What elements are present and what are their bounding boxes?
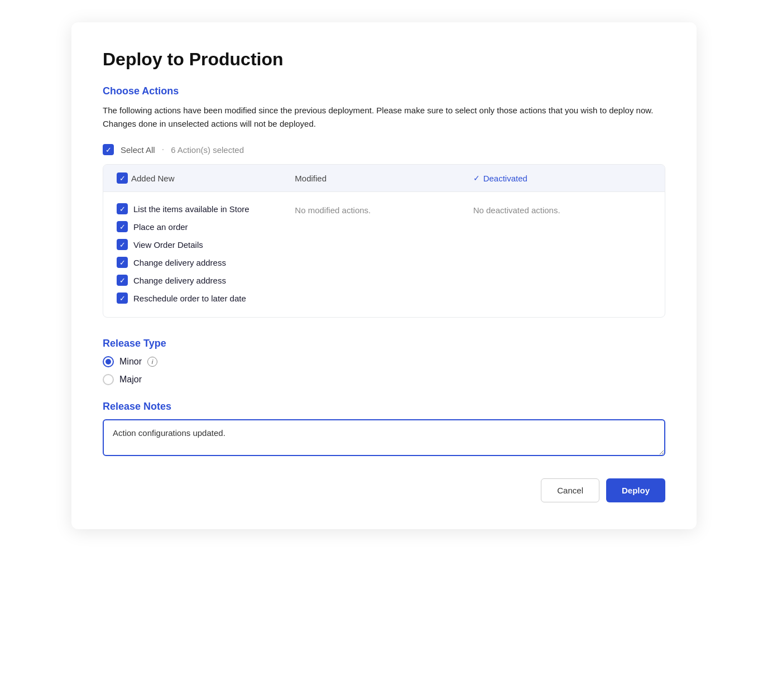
checkmark-4: ✓ — [119, 259, 126, 266]
action-change-delivery-1-label[interactable]: Change delivery address — [133, 258, 226, 267]
action-list-items-label[interactable]: List the items available in Store — [133, 204, 249, 214]
radio-minor-label[interactable]: Minor — [119, 357, 142, 367]
action-change-delivery-2-label[interactable]: Change delivery address — [133, 276, 226, 285]
action-view-order-checkbox[interactable]: ✓ — [117, 239, 128, 250]
header-added-new: ✓ Added New — [117, 172, 295, 184]
header-added-new-checkbox[interactable]: ✓ — [117, 172, 128, 184]
action-list-items-checkbox[interactable]: ✓ — [117, 203, 128, 214]
release-type-section: Release Type Minor i Major — [103, 338, 665, 385]
release-type-title: Release Type — [103, 338, 665, 349]
action-list-items: ✓ List the items available in Store — [117, 203, 295, 214]
cancel-button[interactable]: Cancel — [541, 478, 599, 502]
header-deactivated: ✓ Deactivated — [473, 172, 651, 184]
select-all-checkbox[interactable]: ✓ — [103, 144, 114, 155]
radio-item-major: Major — [103, 374, 665, 385]
action-reschedule-label[interactable]: Reschedule order to later date — [133, 294, 246, 303]
header-deactivated-label: Deactivated — [483, 174, 527, 183]
table-body: ✓ List the items available in Store ✓ Pl… — [103, 192, 665, 317]
radio-minor-dot — [105, 359, 111, 365]
action-view-order-label[interactable]: View Order Details — [133, 240, 203, 250]
selected-count: 6 Action(s) selected — [171, 145, 244, 155]
release-notes-title: Release Notes — [103, 401, 665, 413]
deactivated-check-icon: ✓ — [473, 174, 480, 183]
action-place-order-checkbox[interactable]: ✓ — [117, 221, 128, 232]
radio-major[interactable] — [103, 374, 114, 385]
radio-minor[interactable] — [103, 356, 114, 367]
action-view-order: ✓ View Order Details — [117, 239, 295, 250]
no-modified-text: No modified actions. — [295, 203, 473, 215]
select-all-checkmark: ✓ — [105, 146, 112, 154]
release-notes-input[interactable]: Action configurations updated. — [103, 419, 665, 456]
radio-item-minor: Minor i — [103, 356, 665, 367]
action-change-delivery-2: ✓ Change delivery address — [117, 275, 295, 286]
footer-buttons: Cancel Deploy — [103, 478, 665, 502]
select-all-label: Select All — [121, 145, 155, 155]
page-title: Deploy to Production — [103, 49, 665, 70]
checkmark-2: ✓ — [119, 223, 126, 231]
checkmark-1: ✓ — [119, 205, 126, 213]
added-new-column: ✓ List the items available in Store ✓ Pl… — [117, 203, 295, 304]
header-added-new-checkmark: ✓ — [119, 175, 126, 182]
release-notes-section: Release Notes Action configurations upda… — [103, 401, 665, 458]
choose-actions-section: Choose Actions The following actions hav… — [103, 85, 665, 318]
checkmark-3: ✓ — [119, 241, 126, 248]
radio-major-label[interactable]: Major — [119, 375, 142, 385]
checkmark-5: ✓ — [119, 277, 126, 284]
dot-separator: · — [162, 145, 164, 155]
action-change-delivery-2-checkbox[interactable]: ✓ — [117, 275, 128, 286]
deploy-modal: Deploy to Production Choose Actions The … — [71, 22, 697, 529]
choose-actions-description: The following actions have been modified… — [103, 104, 665, 131]
header-modified-label: Modified — [295, 174, 327, 183]
minor-info-icon[interactable]: i — [147, 357, 157, 367]
select-all-row: ✓ Select All · 6 Action(s) selected — [103, 144, 665, 155]
table-header: ✓ Added New Modified ✓ Deactivated — [103, 165, 665, 192]
actions-table: ✓ Added New Modified ✓ Deactivated — [103, 164, 665, 318]
choose-actions-title: Choose Actions — [103, 85, 665, 97]
header-modified: Modified — [295, 172, 473, 184]
deactivated-column: No deactivated actions. — [473, 203, 651, 304]
no-deactivated-text: No deactivated actions. — [473, 203, 651, 215]
action-change-delivery-1: ✓ Change delivery address — [117, 257, 295, 268]
action-change-delivery-1-checkbox[interactable]: ✓ — [117, 257, 128, 268]
action-reschedule-checkbox[interactable]: ✓ — [117, 293, 128, 304]
modified-column: No modified actions. — [295, 203, 473, 304]
deploy-button[interactable]: Deploy — [606, 478, 665, 502]
header-added-new-label: Added New — [131, 174, 175, 183]
action-place-order: ✓ Place an order — [117, 221, 295, 232]
action-reschedule: ✓ Reschedule order to later date — [117, 293, 295, 304]
checkmark-6: ✓ — [119, 295, 126, 302]
release-type-radio-group: Minor i Major — [103, 356, 665, 385]
action-place-order-label[interactable]: Place an order — [133, 222, 188, 232]
